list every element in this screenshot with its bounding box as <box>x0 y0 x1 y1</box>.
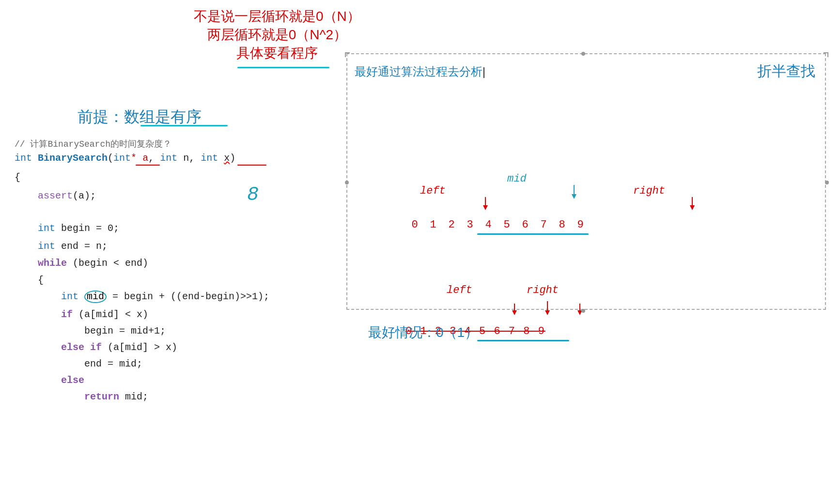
cursor <box>483 67 484 78</box>
handle-right <box>825 181 829 184</box>
svg-marker-3 <box>572 194 576 199</box>
code-mid: int mid = begin + ((end-begin)>>1); <box>15 290 269 303</box>
param-x-underline <box>237 165 266 166</box>
array1-underline <box>477 233 589 235</box>
array2-underline <box>477 340 569 341</box>
main-container: // 计算BinarySearch的时间复杂度？ int BinarySearc… <box>0 0 840 504</box>
svg-marker-1 <box>483 205 488 210</box>
left-panel: // 计算BinarySearch的时间复杂度？ int BinarySearc… <box>0 0 344 504</box>
algo-title: 折半查找 <box>757 61 815 81</box>
analysis-text: 最好通过算法过程去分析 <box>355 64 484 79</box>
line3-underline <box>237 67 329 68</box>
code-if: if (a[mid] < x) <box>15 309 148 320</box>
code-else-if: else if (a[mid] > x) <box>15 342 177 353</box>
code-while: while (begin < end) <box>15 258 148 269</box>
best-case-text: 最好情况：0（1） <box>368 323 478 342</box>
top-annotation: 不是说一层循环就是0（N） 两层循环就是0（N^2） 具体要看程序 <box>194 7 360 62</box>
code-end: int end = n; <box>15 241 108 252</box>
code-else: else <box>15 375 84 386</box>
corner-tr <box>824 52 828 57</box>
code-comment: // 计算BinarySearch的时间复杂度？ <box>15 138 171 150</box>
array-numbers-1: 0 1 2 3 4 5 6 7 8 9 <box>405 219 590 231</box>
code-signature: int BinarySearch(int* a, int n, int x) <box>15 153 235 164</box>
handle-left <box>345 181 349 184</box>
corner-tl <box>345 52 350 57</box>
svg-marker-5 <box>690 205 695 210</box>
svg-marker-7 <box>512 310 517 315</box>
code-end-mid: end = mid; <box>15 358 142 369</box>
handle-bottom <box>581 309 585 313</box>
svg-marker-9 <box>545 310 550 315</box>
handle-top <box>581 52 585 56</box>
annotation-8: 8 <box>247 184 259 206</box>
code-inner-brace: { <box>15 275 44 286</box>
code-assert: assert(a); <box>15 190 96 201</box>
code-begin-mid: begin = mid+1; <box>15 325 166 336</box>
premise-underline <box>140 125 228 126</box>
right-panel-box: 最好通过算法过程去分析 折半查找 mid left right 0 1 2 <box>346 53 826 310</box>
param-a-underline <box>136 165 160 166</box>
code-open-brace: { <box>15 172 20 183</box>
code-return: return mid; <box>15 391 148 402</box>
code-begin: int begin = 0; <box>15 223 119 234</box>
